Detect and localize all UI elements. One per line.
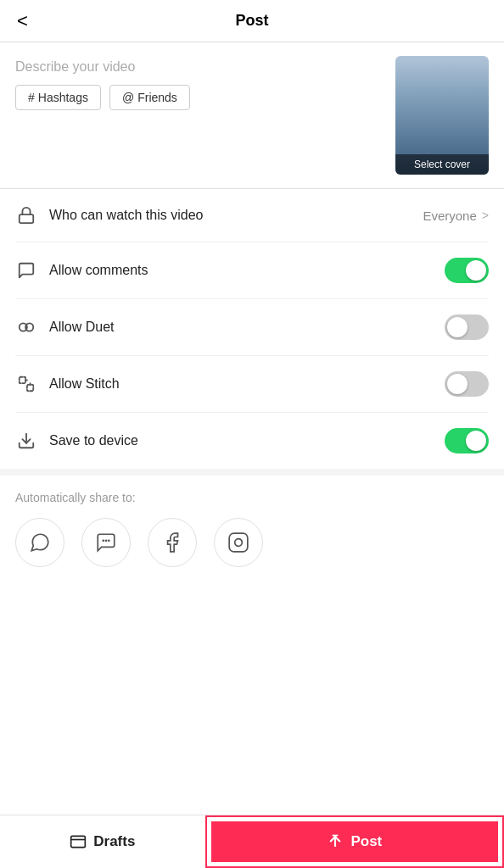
allow-stitch-row[interactable]: Allow Stitch [15,356,489,413]
tag-buttons: # Hashtags @ Friends [15,85,385,110]
allow-duet-left: Allow Duet [15,316,114,338]
allow-stitch-left: Allow Stitch [15,373,120,395]
select-cover-label[interactable]: Select cover [395,154,489,175]
svg-rect-4 [27,385,33,391]
drafts-icon [70,833,87,850]
allow-comments-toggle[interactable] [445,258,489,283]
drafts-button[interactable]: Drafts [0,815,205,868]
post-icon [327,833,344,850]
who-can-watch-row[interactable]: Who can watch this video Everyone > [15,189,489,242]
save-to-device-row[interactable]: Save to device [15,413,489,469]
messenger-share-button[interactable] [81,518,131,567]
save-to-device-toggle[interactable] [445,428,489,453]
section-divider [0,469,504,476]
lock-icon [15,204,37,226]
post-label: Post [350,833,382,850]
share-icons [15,518,489,567]
allow-duet-row[interactable]: Allow Duet [15,299,489,356]
drafts-label: Drafts [93,833,135,850]
toggle-knob [466,431,486,451]
video-section: Describe your video # Hashtags @ Friends… [0,42,504,189]
header: < Post [0,0,504,42]
duet-icon [15,316,37,338]
hashtag-button[interactable]: # Hashtags [15,85,101,110]
allow-comments-label: Allow comments [49,263,148,278]
save-to-device-label: Save to device [49,433,138,448]
video-thumbnail[interactable]: Select cover [395,56,489,175]
save-to-device-left: Save to device [15,430,138,452]
who-can-watch-left: Who can watch this video [15,204,203,226]
who-can-watch-value: Everyone [423,209,476,223]
svg-rect-13 [71,836,86,847]
hashtag-label: Hashtags [38,91,88,104]
allow-duet-toggle[interactable] [445,314,489,340]
facebook-share-button[interactable] [148,518,197,567]
friends-button[interactable]: @ Friends [109,85,190,110]
at-icon: @ [122,91,134,104]
whatsapp-share-button[interactable] [15,518,64,567]
post-button[interactable]: Post [211,821,498,862]
toggle-knob [447,374,468,394]
instagram-share-button[interactable] [214,518,263,567]
who-can-watch-label: Who can watch this video [49,208,203,223]
chevron-icon: > [482,209,489,222]
allow-duet-label: Allow Duet [49,320,114,335]
allow-comments-left: Allow comments [15,259,148,281]
description-area: Describe your video # Hashtags @ Friends [15,56,385,175]
toggle-knob [447,317,468,337]
allow-comments-row[interactable]: Allow comments [15,242,489,299]
post-button-container: Post [205,815,504,868]
description-placeholder[interactable]: Describe your video [15,56,385,75]
share-title: Automatically share to: [15,491,489,504]
allow-stitch-toggle[interactable] [445,371,489,397]
page-title: Post [235,12,268,30]
comment-icon [15,259,37,281]
save-icon [15,430,37,452]
friends-label: Friends [137,91,177,104]
settings-section: Who can watch this video Everyone > Allo… [0,189,504,469]
who-can-watch-right: Everyone > [423,209,489,223]
stitch-icon [15,373,37,395]
share-section: Automatically share to: [0,476,504,576]
svg-rect-0 [20,214,34,223]
hashtag-icon: # [28,91,35,104]
back-button[interactable]: < [17,10,28,32]
bottom-bar: Drafts Post [0,815,504,868]
allow-stitch-label: Allow Stitch [49,376,120,392]
svg-rect-11 [229,533,248,552]
toggle-knob [466,260,486,281]
svg-rect-3 [20,377,25,383]
